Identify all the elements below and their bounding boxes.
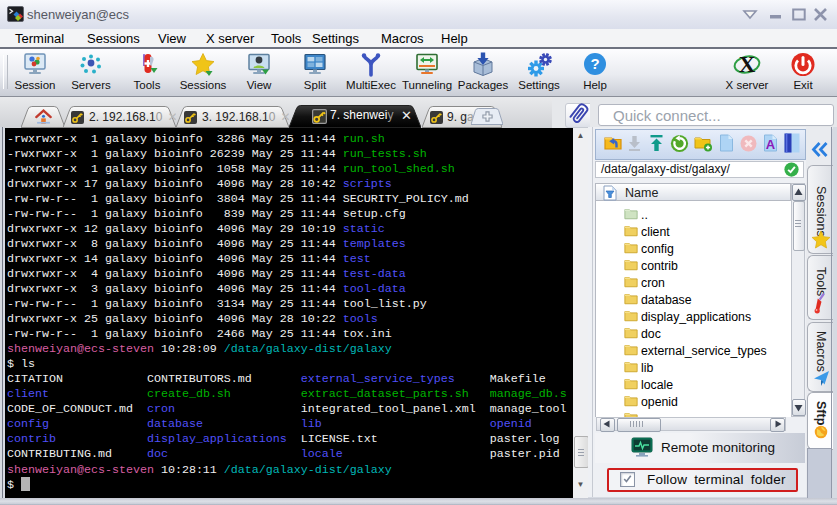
svg-text:A: A: [766, 137, 776, 152]
svg-text:?: ?: [590, 55, 599, 72]
svg-text:X: X: [739, 52, 756, 77]
